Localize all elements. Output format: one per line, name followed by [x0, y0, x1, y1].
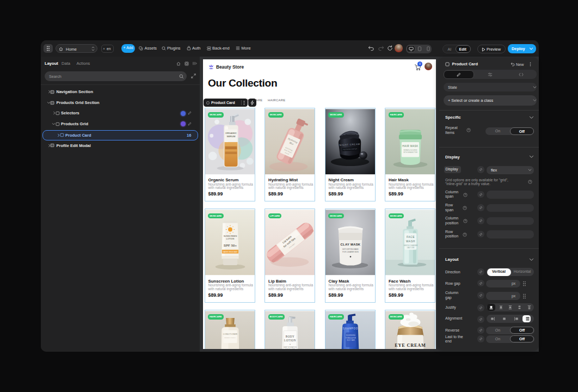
svg-text:LOTION: LOTION	[284, 339, 296, 342]
svg-text:WITH SHEA BUTTER: WITH SHEA BUTTER	[403, 151, 417, 154]
svg-text:CLAY MASK: CLAY MASK	[340, 243, 360, 246]
svg-text:CONDITIONER: CONDITIONER	[223, 333, 237, 335]
svg-text:DAILY USE: DAILY USE	[407, 247, 415, 249]
svg-text:SMOOTH & SILKY: SMOOTH & SILKY	[224, 337, 236, 339]
svg-text:FOR CLEARER SKIN: FOR CLEARER SKIN	[342, 251, 358, 253]
svg-text:EYE CREAM: EYE CREAM	[395, 342, 426, 347]
svg-text:WASH: WASH	[406, 240, 415, 243]
svg-text:SPF 50+: SPF 50+	[223, 243, 237, 247]
svg-text:ORGANIC: ORGANIC	[225, 131, 237, 134]
svg-text:FORMULA FOR: FORMULA FOR	[345, 336, 355, 339]
svg-text:WATER RESISTANT: WATER RESISTANT	[223, 251, 237, 253]
svg-text:GENTLE CLEANSER: GENTLE CLEANSER	[404, 244, 417, 247]
svg-text:FACE: FACE	[407, 236, 415, 238]
svg-text:SHAMPOO: SHAMPOO	[343, 327, 358, 329]
svg-text:HAIR MASK: HAIR MASK	[402, 144, 419, 147]
svg-text:DETOXIFYING MASK: DETOXIFYING MASK	[342, 248, 359, 250]
svg-text:DEEP HYDRATION: DEEP HYDRATION	[284, 346, 297, 348]
svg-text:NOURISHING: NOURISHING	[346, 334, 355, 336]
svg-text:BODY: BODY	[286, 335, 294, 338]
svg-text:FOR ALL SKIN: FOR ALL SKIN	[285, 348, 295, 349]
svg-text:SILKY HAIR: SILKY HAIR	[347, 339, 354, 341]
svg-text:LOTION: LOTION	[226, 237, 234, 240]
svg-text:SERUM: SERUM	[226, 134, 235, 137]
svg-text:REPAIR & NOURISH: REPAIR & NOURISH	[404, 149, 417, 151]
